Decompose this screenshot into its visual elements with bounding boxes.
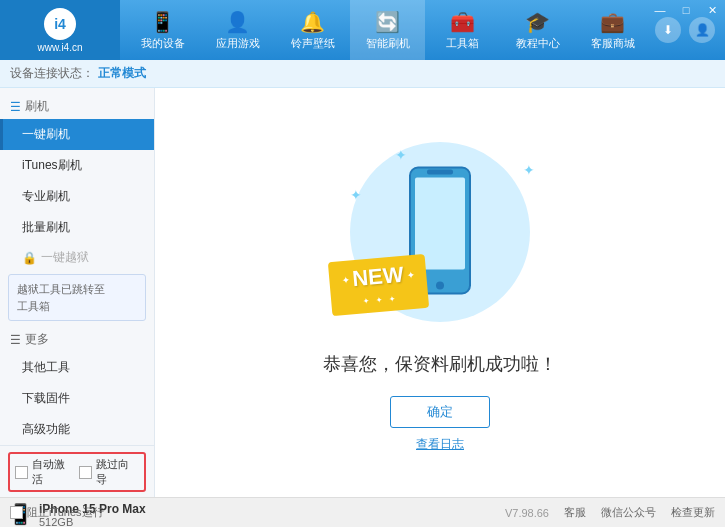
auto-activate-label: 自动激活 [32,457,75,487]
sidebar-batch-label: 批量刷机 [22,220,70,234]
nav-ringtone-label: 铃声壁纸 [291,36,335,51]
nav-my-device-label: 我的设备 [141,36,185,51]
sidebar-pro-flash-label: 专业刷机 [22,189,70,203]
logo-icon: i4 [44,8,76,40]
log-link[interactable]: 查看日志 [416,436,464,453]
nav-toolbox[interactable]: 🧰 工具箱 [425,0,500,60]
itunes-checkbox[interactable] [10,506,23,519]
footer-update-link[interactable]: 检查更新 [671,505,715,520]
sidebar-item-download-fw[interactable]: 下载固件 [0,383,154,414]
sparkle-1: ✦ [395,147,407,163]
my-device-icon: 📱 [150,10,175,34]
nav-toolbox-label: 工具箱 [446,36,479,51]
sidebar-item-one-key[interactable]: 一键刷机 [0,119,154,150]
sidebar-disabled-jailbreak: 🔒 一键越狱 [0,243,154,270]
svg-point-3 [436,282,444,290]
sidebar-item-pro-flash[interactable]: 专业刷机 [0,181,154,212]
auto-activate-checkbox[interactable] [15,466,28,479]
itunes-label: 阻止iTunes运行 [27,505,104,520]
sidebar-item-other-tools[interactable]: 其他工具 [0,352,154,383]
status-bar: 设备连接状态： 正常模式 [0,60,725,88]
footer-service-link[interactable]: 客服 [564,505,586,520]
other-tools-label: 其他工具 [22,360,70,374]
nav-bar: 📱 我的设备 👤 应用游戏 🔔 铃声壁纸 🔄 智能刷机 🧰 工具箱 🎓 [120,0,655,60]
status-label: 设备连接状态： [10,65,94,82]
nav-app-game[interactable]: 👤 应用游戏 [200,0,275,60]
account-button[interactable]: 👤 [689,17,715,43]
more-section-header: ☰ 更多 [0,325,154,352]
nav-service-label: 客服商城 [591,36,635,51]
footer-left: 阻止iTunes运行 [10,505,505,520]
nav-smart-flash-label: 智能刷机 [366,36,410,51]
sidebar: ☰ 刷机 一键刷机 iTunes刷机 专业刷机 批量刷机 🔒 一键越狱 [0,88,155,497]
service-icon: 💼 [600,10,625,34]
sidebar-item-itunes[interactable]: iTunes刷机 [0,150,154,181]
flash-group-header: ☰ 刷机 [0,92,154,119]
sidebar-notice: 越狱工具已跳转至工具箱 [8,274,146,321]
content-area: ✦ ✦ ✦ ✦ NEW ✦ ✦ ✦ ✦ 恭喜您，保资料刷机成功啦！ [155,88,725,497]
ringtone-icon: 🔔 [300,10,325,34]
window-controls: — □ ✕ [647,0,725,20]
notice-text: 越狱工具已跳转至工具箱 [17,283,105,312]
logo-area: i4 www.i4.cn [0,0,120,60]
nav-tutorial[interactable]: 🎓 教程中心 [500,0,575,60]
jailbreak-label: 一键越狱 [41,249,89,266]
nav-smart-flash[interactable]: 🔄 智能刷机 [350,0,425,60]
advanced-label: 高级功能 [22,422,70,436]
footer-wechat-link[interactable]: 微信公众号 [601,505,656,520]
nav-ringtone[interactable]: 🔔 铃声壁纸 [275,0,350,60]
confirm-button[interactable]: 确定 [390,396,490,428]
more-icon: ☰ [10,333,21,347]
main-layout: ☰ 刷机 一键刷机 iTunes刷机 专业刷机 批量刷机 🔒 一键越狱 [0,88,725,497]
sparkle-3: ✦ [350,187,362,203]
footer-right: V7.98.66 客服 微信公众号 检查更新 [505,505,715,520]
nav-tutorial-label: 教程中心 [516,36,560,51]
flash-section: ☰ 刷机 一键刷机 iTunes刷机 专业刷机 批量刷机 [0,92,154,243]
flash-group-label: 刷机 [25,98,49,115]
logo-text: www.i4.cn [37,42,82,53]
maximize-button[interactable]: □ [673,0,699,20]
new-badge: ✦ NEW ✦ ✦ ✦ ✦ [328,254,430,316]
nav-my-device[interactable]: 📱 我的设备 [125,0,200,60]
download-fw-label: 下载固件 [22,391,70,405]
svg-rect-2 [427,170,453,175]
sidebar-item-batch[interactable]: 批量刷机 [0,212,154,243]
header-right: ⬇ 👤 [655,17,725,43]
nav-service[interactable]: 💼 客服商城 [575,0,650,60]
version-label: V7.98.66 [505,507,549,519]
sidebar-one-key-label: 一键刷机 [22,127,70,141]
status-value: 正常模式 [98,65,146,82]
success-message: 恭喜您，保资料刷机成功啦！ [323,352,557,376]
download-button[interactable]: ⬇ [655,17,681,43]
toolbox-icon: 🧰 [450,10,475,34]
auto-options-row: 自动激活 跳过向导 [8,452,146,492]
lock-icon: 🔒 [22,251,37,265]
close-button[interactable]: ✕ [699,0,725,20]
header: i4 www.i4.cn 📱 我的设备 👤 应用游戏 🔔 铃声壁纸 🔄 智能刷机 [0,0,725,60]
more-label: 更多 [25,331,49,348]
sidebar-itunes-label: iTunes刷机 [22,158,82,172]
tutorial-icon: 🎓 [525,10,550,34]
flash-group-icon: ☰ [10,100,21,114]
minimize-button[interactable]: — [647,0,673,20]
skip-guide-label: 跳过向导 [96,457,139,487]
smart-flash-icon: 🔄 [375,10,400,34]
app-game-icon: 👤 [225,10,250,34]
success-illustration: ✦ ✦ ✦ ✦ NEW ✦ ✦ ✦ ✦ [340,132,540,332]
skip-guide-checkbox[interactable] [79,466,92,479]
sparkle-2: ✦ [523,162,535,178]
new-badge-text: NEW [351,262,404,292]
nav-app-game-label: 应用游戏 [216,36,260,51]
sidebar-item-advanced[interactable]: 高级功能 [0,414,154,445]
